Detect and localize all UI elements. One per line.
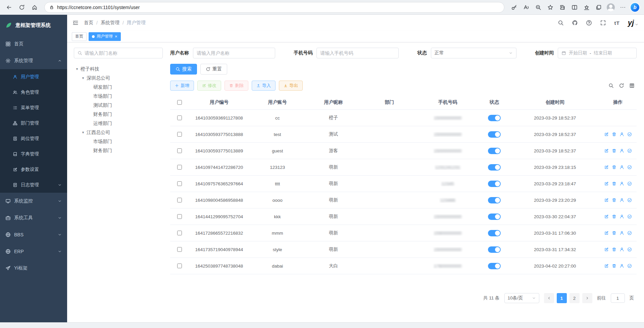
phone-input[interactable]	[320, 50, 395, 56]
reset-password-icon[interactable]	[620, 214, 624, 219]
tree-node-branch[interactable]: ▾深圳总公司	[74, 74, 163, 83]
toggle-search-icon[interactable]	[608, 83, 614, 88]
caret-down-icon[interactable]: ▾	[81, 130, 85, 135]
fullscreen-icon[interactable]	[600, 20, 606, 26]
table-row[interactable]: 1641030593691127808 cc 橙子 15000000000 20…	[170, 110, 637, 126]
status-toggle[interactable]	[488, 164, 501, 171]
extensions-puzzle-icon[interactable]	[557, 2, 568, 13]
caret-down-icon[interactable]: ▾	[75, 67, 79, 71]
app-logo[interactable]: 意框架管理系统	[0, 15, 67, 36]
reset-password-icon[interactable]	[620, 198, 624, 202]
sidebar-item-monitor[interactable]: 系统监控	[0, 193, 67, 209]
font-size-icon[interactable]: tT	[614, 20, 620, 26]
password-key-icon[interactable]	[508, 2, 520, 13]
columns-grid-icon[interactable]	[629, 83, 635, 88]
zoom-out-icon[interactable]	[533, 2, 544, 13]
reset-password-icon[interactable]	[620, 247, 624, 252]
page-2-button[interactable]: 2	[569, 293, 580, 303]
home-icon[interactable]	[29, 2, 40, 13]
edit-icon[interactable]	[604, 132, 609, 137]
tree-node-leaf[interactable]: 市场部门	[74, 92, 163, 101]
delete-icon[interactable]	[612, 198, 616, 202]
back-icon[interactable]	[3, 2, 15, 13]
sidebar-item-log-mgmt[interactable]: 日志管理	[0, 177, 67, 193]
refresh-icon[interactable]	[16, 2, 28, 13]
tree-node-leaf[interactable]: 市场部门	[74, 137, 163, 146]
sidebar-item-role-mgmt[interactable]: 角色管理	[0, 85, 67, 100]
favorites-bar-icon[interactable]	[581, 2, 592, 13]
sidebar-item-erp[interactable]: ERP	[0, 243, 67, 260]
username-input[interactable]	[197, 50, 271, 56]
assign-role-icon[interactable]	[627, 231, 632, 235]
status-toggle[interactable]	[488, 148, 501, 154]
row-checkbox[interactable]	[177, 264, 182, 268]
github-icon[interactable]	[572, 20, 578, 26]
status-toggle[interactable]	[488, 230, 501, 236]
status-toggle[interactable]	[488, 246, 501, 253]
row-checkbox[interactable]	[177, 132, 182, 137]
close-icon[interactable]: ×	[115, 34, 117, 39]
tree-node-leaf[interactable]: 财务部门	[74, 146, 163, 155]
sidebar-item-menu-mgmt[interactable]: 菜单管理	[0, 100, 67, 115]
select-all-checkbox[interactable]	[177, 100, 182, 105]
tag-home[interactable]: 首页	[72, 32, 87, 41]
sidebar-item-dept-mgmt[interactable]: 部门管理	[0, 115, 67, 131]
row-checkbox[interactable]	[177, 148, 182, 153]
assign-role-icon[interactable]	[627, 165, 632, 170]
user-logo[interactable]: yj	[628, 19, 639, 27]
reset-password-icon[interactable]	[620, 181, 624, 186]
profile-avatar[interactable]	[605, 2, 616, 13]
breadcrumb-home[interactable]: 首页	[84, 20, 93, 26]
table-row[interactable]: 1641030593775013889 guest 游客 15000000000…	[170, 143, 637, 159]
assign-role-icon[interactable]	[627, 181, 632, 186]
favorite-star-icon[interactable]	[545, 2, 556, 13]
refresh-table-icon[interactable]	[619, 83, 624, 88]
assign-role-icon[interactable]	[627, 132, 632, 137]
reset-password-icon[interactable]	[620, 132, 624, 137]
tree-node-leaf[interactable]: 运维部门	[74, 119, 163, 128]
tree-node-leaf[interactable]: 测试部门	[74, 101, 163, 110]
sidebar-item-home[interactable]: 首页	[0, 36, 67, 52]
table-row[interactable]: 1642503897748738048 dabai 大白 17800000000…	[170, 258, 637, 274]
delete-icon[interactable]	[612, 247, 616, 252]
assign-role-icon[interactable]	[627, 264, 632, 268]
edit-icon[interactable]	[604, 181, 609, 186]
status-toggle[interactable]	[488, 214, 501, 220]
status-toggle[interactable]	[488, 181, 501, 187]
read-aloud-icon[interactable]	[521, 2, 532, 13]
delete-icon[interactable]	[612, 148, 616, 153]
help-icon[interactable]	[586, 20, 592, 26]
row-checkbox[interactable]	[177, 214, 182, 219]
next-page-button[interactable]	[582, 293, 592, 303]
delete-icon[interactable]	[612, 165, 616, 170]
sidebar-item-param-settings[interactable]: 参数设置	[0, 162, 67, 177]
sidebar-item-tools[interactable]: 系统工具	[0, 209, 67, 226]
edit-icon[interactable]	[604, 148, 609, 153]
table-row[interactable]: 1641441299095752704 kkk 萌新 15000000000 2…	[170, 208, 637, 225]
date-range-picker[interactable]: 开始日期 - 结束日期	[558, 48, 637, 58]
tree-node-branch[interactable]: ▾江西总公司	[74, 128, 163, 137]
caret-down-icon[interactable]: ▾	[81, 76, 85, 80]
assign-role-icon[interactable]	[627, 198, 632, 202]
import-button[interactable]: 导入	[252, 81, 276, 91]
breadcrumb-system[interactable]: 系统管理	[101, 20, 119, 26]
status-toggle[interactable]	[488, 263, 501, 269]
status-toggle[interactable]	[488, 115, 501, 121]
status-toggle[interactable]	[488, 197, 501, 203]
row-checkbox[interactable]	[177, 198, 182, 202]
dept-search-input[interactable]	[85, 50, 159, 56]
table-row[interactable]: 1641030593775013888 test 测试 15000000000 …	[170, 126, 637, 143]
edit-icon[interactable]	[604, 198, 609, 202]
row-checkbox[interactable]	[177, 115, 182, 120]
search-button[interactable]: 搜索	[170, 64, 197, 75]
delete-icon[interactable]	[612, 214, 616, 219]
delete-icon[interactable]	[612, 264, 616, 268]
tag-user-mgmt[interactable]: 用户管理 ×	[89, 32, 121, 41]
sidebar-item-system[interactable]: 系统管理	[0, 52, 67, 69]
assign-role-icon[interactable]	[627, 214, 632, 219]
tree-node-root[interactable]: ▾橙子科技	[74, 64, 163, 74]
status-select[interactable]: 正常	[431, 48, 516, 58]
assign-role-icon[interactable]	[627, 148, 632, 153]
export-button[interactable]: 导出	[279, 81, 303, 91]
edit-icon[interactable]	[604, 247, 609, 252]
